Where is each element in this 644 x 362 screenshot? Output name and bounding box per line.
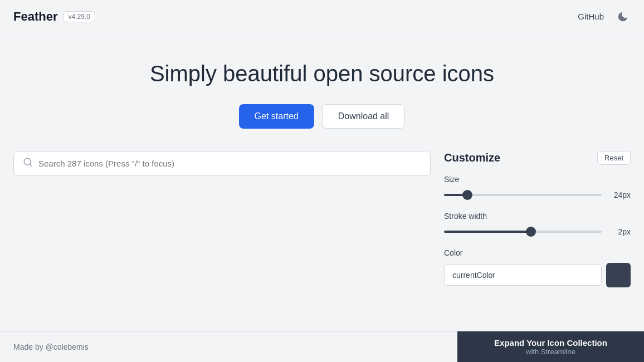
left-column (13, 151, 431, 299)
customize-title: Customize (444, 151, 500, 164)
header-right: GitHub (578, 9, 631, 25)
stroke-slider-track (444, 231, 602, 233)
search-input[interactable] (38, 159, 421, 168)
footer-promo[interactable]: Expand Your Icon Collection with Streaml… (457, 331, 644, 362)
hero-section: Simply beautiful open source icons Get s… (0, 33, 644, 151)
stroke-value: 2px (608, 227, 631, 236)
search-icon (23, 157, 33, 170)
size-label: Size (444, 175, 631, 184)
get-started-button[interactable]: Get started (239, 104, 314, 129)
customize-panel: Customize Reset Size 24px Stroke width (444, 151, 631, 299)
promo-sub: with Streamline (526, 348, 575, 356)
footer-left: Made by @colebemis (0, 331, 457, 362)
version-badge: v4.29.0 (63, 11, 95, 22)
size-value: 24px (608, 190, 631, 199)
color-swatch[interactable] (606, 263, 631, 287)
search-box (13, 151, 431, 176)
size-control: Size 24px (444, 175, 631, 200)
stroke-width-control: Stroke width 2px (444, 212, 631, 237)
stroke-width-label: Stroke width (444, 212, 631, 221)
stroke-slider-row: 2px (444, 226, 631, 237)
stroke-slider-container[interactable] (444, 226, 602, 237)
reset-button[interactable]: Reset (597, 151, 631, 165)
moon-icon[interactable] (615, 9, 631, 25)
size-slider-thumb[interactable] (462, 190, 472, 200)
github-link[interactable]: GitHub (578, 12, 604, 21)
stroke-slider-fill (444, 231, 531, 233)
hero-buttons: Get started Download all (239, 104, 406, 129)
logo: Feather (13, 9, 57, 24)
customize-header: Customize Reset (444, 151, 631, 165)
size-slider-container[interactable] (444, 189, 602, 200)
made-by-text: Made by @colebemis (13, 343, 89, 351)
header: Feather v4.29.0 GitHub (0, 0, 644, 33)
size-slider-row: 24px (444, 189, 631, 200)
size-slider-track (444, 194, 602, 196)
color-row (444, 263, 631, 287)
color-label: Color (444, 248, 631, 257)
svg-line-1 (30, 164, 31, 165)
header-left: Feather v4.29.0 (13, 9, 95, 24)
stroke-slider-thumb[interactable] (526, 227, 536, 237)
content-area: Customize Reset Size 24px Stroke width (0, 151, 644, 299)
color-input[interactable] (444, 265, 602, 286)
download-all-button[interactable]: Download all (322, 104, 406, 129)
color-control: Color (444, 248, 631, 287)
promo-title: Expand Your Icon Collection (494, 338, 607, 348)
hero-title: Simply beautiful open source icons (150, 61, 494, 86)
footer: Made by @colebemis Expand Your Icon Coll… (0, 331, 644, 362)
